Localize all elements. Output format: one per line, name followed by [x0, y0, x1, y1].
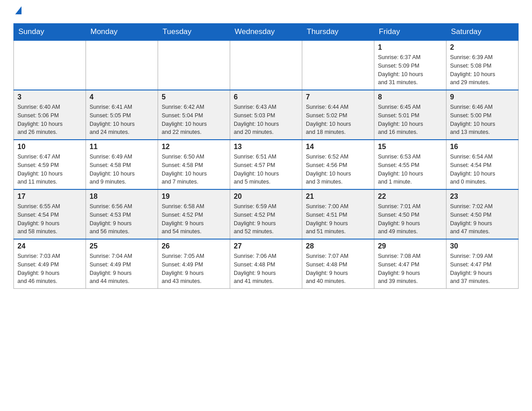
day-number: 23 [450, 193, 515, 201]
calendar-cell: 24Sunrise: 7:03 AM Sunset: 4:49 PM Dayli… [14, 239, 86, 289]
day-info: Sunrise: 6:54 AM Sunset: 4:54 PM Dayligh… [450, 153, 515, 186]
day-info: Sunrise: 6:46 AM Sunset: 5:00 PM Dayligh… [450, 103, 515, 137]
day-number: 10 [17, 143, 82, 151]
calendar-cell: 29Sunrise: 7:08 AM Sunset: 4:47 PM Dayli… [374, 239, 446, 289]
day-number: 13 [234, 143, 298, 151]
calendar-cell [86, 40, 158, 90]
day-number: 26 [162, 242, 226, 250]
day-number: 19 [162, 193, 226, 201]
logo [13, 9, 27, 14]
calendar-cell [302, 40, 374, 90]
day-number: 16 [450, 143, 515, 151]
day-number: 20 [234, 193, 298, 201]
calendar-week-row: 1Sunrise: 6:37 AM Sunset: 5:09 PM Daylig… [14, 40, 519, 90]
day-number: 8 [378, 93, 442, 101]
calendar-cell: 21Sunrise: 7:00 AM Sunset: 4:51 PM Dayli… [302, 189, 374, 239]
header-friday: Friday [374, 24, 446, 41]
day-info: Sunrise: 6:45 AM Sunset: 5:01 PM Dayligh… [378, 103, 442, 137]
calendar-cell [158, 40, 230, 90]
calendar-week-row: 17Sunrise: 6:55 AM Sunset: 4:54 PM Dayli… [14, 189, 519, 239]
calendar-cell: 18Sunrise: 6:56 AM Sunset: 4:53 PM Dayli… [86, 189, 158, 239]
day-info: Sunrise: 7:03 AM Sunset: 4:49 PM Dayligh… [17, 252, 82, 286]
day-number: 5 [162, 93, 226, 101]
calendar-cell: 2Sunrise: 6:39 AM Sunset: 5:08 PM Daylig… [446, 40, 519, 90]
day-number: 25 [90, 242, 154, 250]
calendar-cell: 4Sunrise: 6:41 AM Sunset: 5:05 PM Daylig… [86, 90, 158, 140]
day-number: 24 [17, 242, 82, 250]
day-info: Sunrise: 7:00 AM Sunset: 4:51 PM Dayligh… [306, 202, 370, 236]
day-info: Sunrise: 6:59 AM Sunset: 4:52 PM Dayligh… [234, 202, 298, 236]
day-info: Sunrise: 7:05 AM Sunset: 4:49 PM Dayligh… [162, 252, 226, 286]
calendar-week-row: 24Sunrise: 7:03 AM Sunset: 4:49 PM Dayli… [14, 239, 519, 289]
calendar-cell [14, 40, 86, 90]
calendar-cell: 14Sunrise: 6:52 AM Sunset: 4:56 PM Dayli… [302, 140, 374, 189]
calendar-cell: 16Sunrise: 6:54 AM Sunset: 4:54 PM Dayli… [446, 140, 519, 189]
calendar-cell: 6Sunrise: 6:43 AM Sunset: 5:03 PM Daylig… [230, 90, 302, 140]
calendar-table: SundayMondayTuesdayWednesdayThursdayFrid… [13, 23, 519, 289]
day-info: Sunrise: 7:08 AM Sunset: 4:47 PM Dayligh… [378, 252, 442, 286]
calendar-cell: 13Sunrise: 6:51 AM Sunset: 4:57 PM Dayli… [230, 140, 302, 189]
day-info: Sunrise: 6:43 AM Sunset: 5:03 PM Dayligh… [234, 103, 298, 137]
day-info: Sunrise: 7:04 AM Sunset: 4:49 PM Dayligh… [90, 252, 154, 286]
calendar-cell: 20Sunrise: 6:59 AM Sunset: 4:52 PM Dayli… [230, 189, 302, 239]
day-number: 28 [306, 242, 370, 250]
day-info: Sunrise: 6:42 AM Sunset: 5:04 PM Dayligh… [162, 103, 226, 137]
day-number: 11 [90, 143, 154, 151]
day-number: 2 [450, 43, 515, 51]
day-number: 29 [378, 242, 442, 250]
day-info: Sunrise: 6:49 AM Sunset: 4:58 PM Dayligh… [90, 153, 154, 186]
calendar-cell [230, 40, 302, 90]
day-number: 18 [90, 193, 154, 201]
day-info: Sunrise: 6:37 AM Sunset: 5:09 PM Dayligh… [378, 53, 442, 87]
calendar-cell: 30Sunrise: 7:09 AM Sunset: 4:47 PM Dayli… [446, 239, 519, 289]
header-monday: Monday [86, 24, 158, 41]
calendar-cell: 8Sunrise: 6:45 AM Sunset: 5:01 PM Daylig… [374, 90, 446, 140]
day-number: 21 [306, 193, 370, 201]
day-info: Sunrise: 6:50 AM Sunset: 4:58 PM Dayligh… [162, 153, 226, 186]
day-number: 14 [306, 143, 370, 151]
calendar-cell: 28Sunrise: 7:07 AM Sunset: 4:48 PM Dayli… [302, 239, 374, 289]
logo-triangle-icon [15, 6, 21, 14]
page-header [13, 9, 519, 14]
day-info: Sunrise: 6:44 AM Sunset: 5:02 PM Dayligh… [306, 103, 370, 137]
day-info: Sunrise: 6:55 AM Sunset: 4:54 PM Dayligh… [17, 202, 82, 236]
day-number: 17 [17, 193, 82, 201]
calendar-cell: 17Sunrise: 6:55 AM Sunset: 4:54 PM Dayli… [14, 189, 86, 239]
header-thursday: Thursday [302, 24, 374, 41]
day-number: 12 [162, 143, 226, 151]
calendar-cell: 9Sunrise: 6:46 AM Sunset: 5:00 PM Daylig… [446, 90, 519, 140]
day-number: 7 [306, 93, 370, 101]
calendar-cell: 7Sunrise: 6:44 AM Sunset: 5:02 PM Daylig… [302, 90, 374, 140]
day-number: 22 [378, 193, 442, 201]
day-info: Sunrise: 7:09 AM Sunset: 4:47 PM Dayligh… [450, 252, 515, 286]
calendar-cell: 27Sunrise: 7:06 AM Sunset: 4:48 PM Dayli… [230, 239, 302, 289]
header-wednesday: Wednesday [230, 24, 302, 41]
calendar-cell: 25Sunrise: 7:04 AM Sunset: 4:49 PM Dayli… [86, 239, 158, 289]
calendar-cell: 26Sunrise: 7:05 AM Sunset: 4:49 PM Dayli… [158, 239, 230, 289]
calendar-week-row: 3Sunrise: 6:40 AM Sunset: 5:06 PM Daylig… [14, 90, 519, 140]
day-number: 6 [234, 93, 298, 101]
calendar-cell: 19Sunrise: 6:58 AM Sunset: 4:52 PM Dayli… [158, 189, 230, 239]
calendar-cell: 5Sunrise: 6:42 AM Sunset: 5:04 PM Daylig… [158, 90, 230, 140]
day-number: 4 [90, 93, 154, 101]
day-info: Sunrise: 6:58 AM Sunset: 4:52 PM Dayligh… [162, 202, 226, 236]
header-sunday: Sunday [14, 24, 86, 41]
day-info: Sunrise: 6:39 AM Sunset: 5:08 PM Dayligh… [450, 53, 515, 87]
day-number: 27 [234, 242, 298, 250]
day-info: Sunrise: 6:56 AM Sunset: 4:53 PM Dayligh… [90, 202, 154, 236]
day-info: Sunrise: 7:07 AM Sunset: 4:48 PM Dayligh… [306, 252, 370, 286]
calendar-header-row: SundayMondayTuesdayWednesdayThursdayFrid… [14, 24, 519, 41]
header-saturday: Saturday [446, 24, 519, 41]
day-info: Sunrise: 7:02 AM Sunset: 4:50 PM Dayligh… [450, 202, 515, 236]
header-tuesday: Tuesday [158, 24, 230, 41]
day-info: Sunrise: 6:51 AM Sunset: 4:57 PM Dayligh… [234, 153, 298, 186]
day-number: 9 [450, 93, 515, 101]
calendar-cell: 10Sunrise: 6:47 AM Sunset: 4:59 PM Dayli… [14, 140, 86, 189]
day-info: Sunrise: 6:52 AM Sunset: 4:56 PM Dayligh… [306, 153, 370, 186]
day-info: Sunrise: 7:06 AM Sunset: 4:48 PM Dayligh… [234, 252, 298, 286]
day-number: 15 [378, 143, 442, 151]
day-info: Sunrise: 6:40 AM Sunset: 5:06 PM Dayligh… [17, 103, 82, 137]
day-info: Sunrise: 6:47 AM Sunset: 4:59 PM Dayligh… [17, 153, 82, 186]
day-info: Sunrise: 7:01 AM Sunset: 4:50 PM Dayligh… [378, 202, 442, 236]
calendar-week-row: 10Sunrise: 6:47 AM Sunset: 4:59 PM Dayli… [14, 140, 519, 189]
